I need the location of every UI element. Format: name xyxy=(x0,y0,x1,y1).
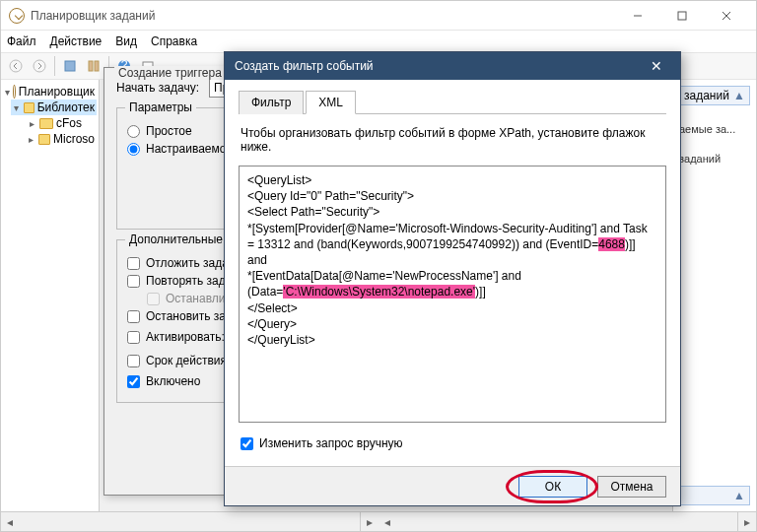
toolbar-icon-1[interactable] xyxy=(59,55,81,77)
window-title: Планировщик заданий xyxy=(31,9,615,23)
check-manual-edit[interactable]: Изменить запрос вручную xyxy=(241,436,664,450)
menu-file[interactable]: Файл xyxy=(7,34,36,48)
folder-icon xyxy=(39,118,53,129)
tree-pane: ▾Планировщик ▾Библиотек ▸cFos ▸Microso xyxy=(1,80,100,511)
filter-tabs: Фильтр XML xyxy=(239,90,666,114)
filter-dialog-title: Создать фильтр событий xyxy=(235,59,643,73)
params-group-label: Параметры xyxy=(125,100,196,114)
svg-point-4 xyxy=(10,60,22,72)
titlebar: Планировщик заданий xyxy=(1,1,756,31)
check-stop-sub: Останавли xyxy=(147,292,225,305)
check-activate[interactable]: Активировать: xyxy=(127,330,225,344)
svg-rect-6 xyxy=(65,61,75,71)
tree-item-microsoft[interactable]: ▸Microso xyxy=(25,131,97,147)
menu-action[interactable]: Действие xyxy=(50,34,103,48)
actions-row-2[interactable]: заданий xyxy=(679,153,750,165)
highlight-process-path: 'C:\Windows\System32\notepad.exe' xyxy=(283,285,475,299)
minimize-button[interactable] xyxy=(615,2,659,30)
app-icon xyxy=(9,8,25,24)
tree-library[interactable]: ▾Библиотек xyxy=(11,100,97,115)
tree-item-cfos[interactable]: ▸cFos xyxy=(25,115,97,131)
actions-row-1[interactable]: аемые за... xyxy=(679,123,750,135)
chevron-right-icon[interactable]: ▸ xyxy=(27,134,35,145)
menubar: Файл Действие Вид Справка xyxy=(1,31,756,52)
folder-icon xyxy=(38,134,50,145)
start-task-label: Начать задачу: xyxy=(116,81,199,95)
tab-filter[interactable]: Фильтр xyxy=(239,91,304,114)
toolbar-icon-2[interactable] xyxy=(83,55,104,77)
actions-header: заданий▲ xyxy=(679,86,750,105)
scroll-left-icon[interactable]: ◂ xyxy=(1,512,19,531)
scheduler-icon xyxy=(13,85,16,99)
svg-rect-7 xyxy=(89,61,93,71)
back-icon[interactable] xyxy=(5,55,27,77)
tree-root[interactable]: ▾Планировщик xyxy=(3,84,97,100)
svg-rect-1 xyxy=(678,12,686,20)
collapse-icon[interactable]: ▲ xyxy=(733,489,745,502)
xml-query-box[interactable]: <QueryList> <Query Id="0" Path="Security… xyxy=(239,166,666,423)
folder-icon xyxy=(24,102,34,113)
window-controls xyxy=(615,2,748,30)
actions-pane: заданий▲ аемые за... заданий ▲ xyxy=(672,80,756,511)
close-button[interactable] xyxy=(704,2,748,30)
maximize-button[interactable] xyxy=(659,2,704,30)
actions-footer: ▲ xyxy=(679,486,750,505)
event-filter-dialog: Создать фильтр событий ✕ Фильтр XML Чтоб… xyxy=(224,51,681,506)
scroll-left-icon[interactable]: ◂ xyxy=(378,512,396,531)
radio-custom[interactable]: Настраиваемое xyxy=(127,142,233,156)
filter-dialog-titlebar: Создать фильтр событий ✕ xyxy=(225,52,680,80)
svg-point-5 xyxy=(34,60,45,72)
statusbar: ◂ ▸ ◂ ▸ xyxy=(1,511,756,531)
svg-rect-8 xyxy=(95,61,99,71)
cancel-button[interactable]: Отмена xyxy=(597,476,666,498)
ok-button[interactable]: ОК xyxy=(518,476,587,498)
dialog-title: Создание триггера xyxy=(114,66,226,80)
close-icon[interactable]: ✕ xyxy=(643,58,670,74)
radio-simple[interactable]: Простое xyxy=(127,124,192,138)
filter-dialog-footer: ОК Отмена xyxy=(225,466,680,505)
chevron-down-icon[interactable]: ▾ xyxy=(5,87,10,98)
highlight-event-id: 4688 xyxy=(598,237,625,251)
collapse-icon[interactable]: ▲ xyxy=(733,89,745,102)
scroll-right-icon[interactable]: ▸ xyxy=(738,512,756,531)
menu-help[interactable]: Справка xyxy=(151,34,197,48)
check-expire[interactable]: Срок действия: xyxy=(127,354,230,367)
xpath-hint: Чтобы организовать фильтр событий в форм… xyxy=(241,126,664,154)
chevron-down-icon[interactable]: ▾ xyxy=(13,102,21,113)
check-enabled[interactable]: Включено xyxy=(127,374,200,388)
forward-icon[interactable] xyxy=(29,55,50,77)
menu-view[interactable]: Вид xyxy=(115,34,137,48)
scroll-right-icon[interactable]: ▸ xyxy=(361,512,378,531)
tab-xml[interactable]: XML xyxy=(306,91,356,114)
chevron-right-icon[interactable]: ▸ xyxy=(27,118,36,129)
